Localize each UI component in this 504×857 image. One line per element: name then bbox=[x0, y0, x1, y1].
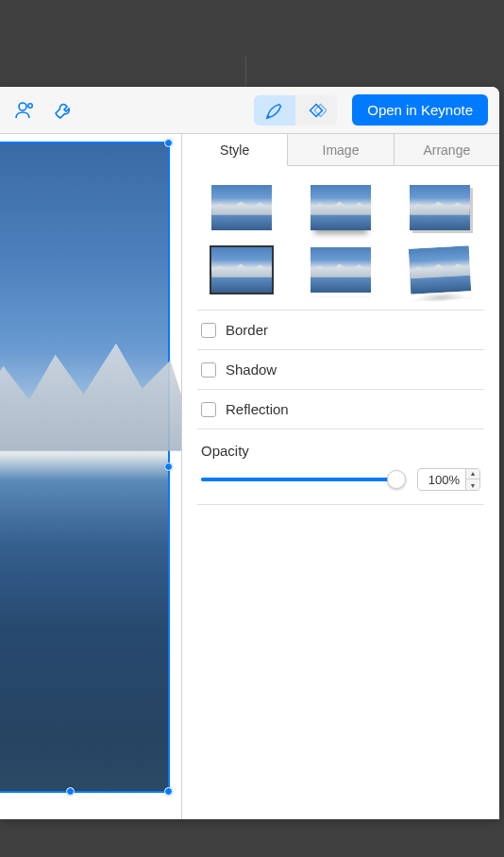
svg-rect-3 bbox=[314, 104, 327, 116]
style-preset-reflection[interactable] bbox=[311, 185, 371, 230]
border-checkbox[interactable] bbox=[201, 323, 216, 338]
inspector-tabs: Style Image Arrange bbox=[182, 134, 499, 166]
image-content bbox=[0, 338, 181, 451]
shadow-label: Shadow bbox=[226, 361, 277, 378]
reflection-label: Reflection bbox=[226, 401, 289, 417]
style-preset-frame[interactable] bbox=[311, 247, 371, 293]
format-inspector: Style Image Arrange Border bbox=[182, 134, 499, 819]
selected-image[interactable] bbox=[0, 142, 170, 793]
app-window: Open in Keynote Style Image Arrange bbox=[0, 87, 499, 819]
opacity-slider-thumb[interactable] bbox=[387, 470, 406, 489]
format-button[interactable] bbox=[254, 95, 295, 126]
svg-rect-2 bbox=[311, 104, 323, 116]
resize-handle[interactable] bbox=[164, 139, 173, 147]
border-row: Border bbox=[197, 311, 484, 350]
resize-handle[interactable] bbox=[66, 787, 75, 796]
opacity-value[interactable]: 100% bbox=[418, 473, 465, 487]
style-preset-drop-shadow[interactable] bbox=[410, 185, 470, 230]
opacity-slider[interactable] bbox=[201, 470, 404, 489]
tab-image[interactable]: Image bbox=[288, 134, 394, 165]
reflection-row: Reflection bbox=[197, 390, 484, 429]
shadow-checkbox[interactable] bbox=[201, 362, 216, 378]
shadow-row: Shadow bbox=[197, 350, 484, 390]
callout-line bbox=[245, 57, 246, 89]
style-preset-plain[interactable] bbox=[211, 185, 272, 230]
open-in-keynote-button[interactable]: Open in Keynote bbox=[352, 94, 488, 126]
tools-icon[interactable] bbox=[51, 98, 76, 123]
style-preset-polaroid[interactable] bbox=[408, 245, 470, 294]
toolbar: Open in Keynote bbox=[0, 87, 499, 134]
resize-handle[interactable] bbox=[164, 787, 173, 796]
collaborate-icon[interactable] bbox=[11, 98, 36, 123]
tab-arrange[interactable]: Arrange bbox=[395, 134, 499, 165]
tab-style[interactable]: Style bbox=[182, 134, 288, 166]
opacity-section: Opacity 100% ▲ ▼ bbox=[197, 429, 484, 505]
opacity-stepper[interactable]: 100% ▲ ▼ bbox=[417, 468, 480, 491]
image-style-presets bbox=[197, 181, 484, 311]
opacity-step-down[interactable]: ▼ bbox=[466, 479, 479, 491]
reflection-checkbox[interactable] bbox=[201, 402, 216, 417]
style-preset-border[interactable] bbox=[211, 247, 272, 293]
border-label: Border bbox=[226, 322, 268, 338]
opacity-label: Opacity bbox=[201, 443, 480, 459]
slide-canvas[interactable] bbox=[0, 134, 182, 819]
resize-handle[interactable] bbox=[164, 462, 173, 471]
svg-point-0 bbox=[19, 103, 26, 110]
opacity-step-up[interactable]: ▲ bbox=[466, 468, 479, 479]
format-animate-group bbox=[254, 95, 337, 126]
animate-button[interactable] bbox=[295, 95, 337, 126]
style-panel: Border Shadow Reflection Opacity bbox=[182, 166, 499, 520]
